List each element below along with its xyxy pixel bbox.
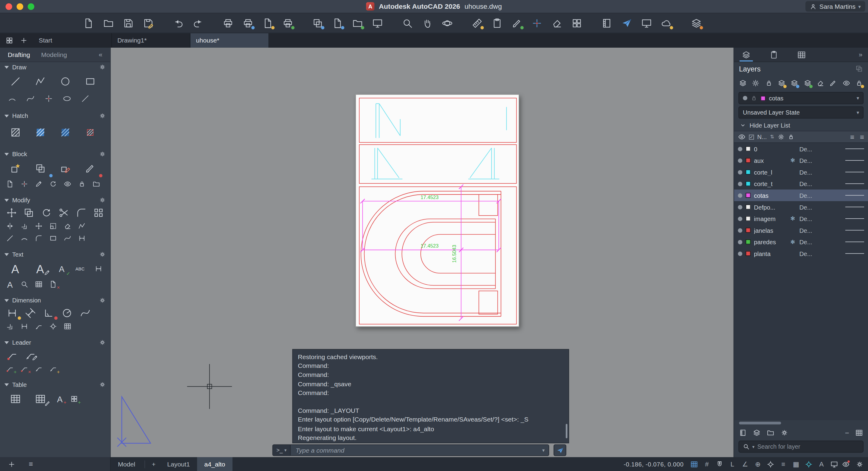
graphics-performance-button[interactable] (828, 459, 840, 470)
center-mark-tool[interactable] (46, 320, 60, 332)
cell-style-tool[interactable]: A+ (53, 393, 67, 405)
layer-frozen-icon[interactable]: ✻ (789, 239, 796, 245)
share-drawing-button[interactable] (554, 444, 566, 456)
drawing-canvas[interactable]: 17.4523 17.4523 16.5043 Restoring c (111, 48, 733, 457)
annotation-monitor-button[interactable] (841, 459, 853, 470)
layer-name[interactable]: cotas (754, 192, 786, 199)
layer-status-dot[interactable] (738, 158, 742, 163)
open-file-button[interactable] (102, 16, 115, 30)
layer-row[interactable]: cotas✻De... (734, 189, 868, 201)
page-setup-button[interactable] (261, 16, 275, 30)
scale-tool[interactable] (46, 220, 60, 232)
radius-dimension-tool[interactable] (58, 305, 76, 321)
tab-start[interactable]: Start (33, 33, 112, 48)
hide-layer-list-toggle[interactable]: Hide Layer List (734, 120, 868, 131)
image-attach-button[interactable] (371, 16, 384, 30)
layer-row[interactable]: 0✻De... (734, 143, 868, 155)
chevron-down-icon[interactable] (4, 114, 9, 117)
measure-button[interactable] (470, 16, 484, 30)
layer-lock-button[interactable] (764, 78, 774, 89)
layer-status-dot[interactable] (738, 228, 742, 233)
list-menu-icon[interactable]: ≡ (860, 133, 864, 141)
add-palette-icon[interactable] (8, 460, 16, 468)
array-tool[interactable] (90, 205, 107, 220)
add-leader-tool[interactable]: + (3, 362, 17, 375)
layout-sheet[interactable]: 17.4523 17.4523 16.5043 (355, 94, 519, 327)
layer-row[interactable]: planta✻De... (734, 247, 868, 259)
search-input[interactable] (757, 443, 859, 450)
match-layer-button[interactable] (828, 78, 838, 89)
more-palettes-button[interactable]: » (859, 51, 862, 59)
rectangle-tool[interactable] (78, 72, 102, 91)
layer-color-swatch[interactable] (746, 158, 751, 163)
gear-icon[interactable] (99, 197, 106, 203)
tool-palettes-button[interactable] (690, 16, 703, 30)
cloud-storage-button[interactable] (660, 16, 673, 30)
layer-row[interactable]: Defpo...✻De... (734, 201, 868, 213)
new-group-icon[interactable] (767, 429, 775, 437)
line-tool[interactable] (3, 72, 28, 91)
break-tool[interactable] (17, 232, 32, 244)
angular-dimension-tool[interactable] (39, 305, 58, 321)
attribute-display-tool[interactable] (60, 178, 75, 190)
insert-block-tool[interactable] (3, 159, 28, 178)
ortho-mode-button[interactable]: L (726, 459, 738, 470)
layer-row[interactable]: imagem✻De... (734, 213, 868, 225)
chevron-down-icon[interactable] (4, 199, 9, 201)
layer-status-dot[interactable] (738, 251, 742, 256)
new-layout-button[interactable]: + (147, 461, 160, 467)
hatch-tool[interactable] (3, 121, 28, 144)
fillet-tool[interactable] (73, 205, 90, 220)
layer-status-dot[interactable] (738, 181, 742, 186)
customization-button[interactable] (854, 459, 866, 470)
lock-column-icon[interactable] (787, 134, 794, 140)
lineweight-button[interactable]: ≡ (777, 459, 789, 470)
layer-name[interactable]: Defpo... (754, 204, 786, 210)
ellipse-tool[interactable] (58, 91, 76, 106)
render-button[interactable] (640, 16, 653, 30)
tab-drawing1[interactable]: Drawing1* (112, 33, 190, 48)
gear-icon[interactable] (99, 339, 106, 346)
attdef-tool[interactable] (3, 178, 17, 190)
offset-tool[interactable] (17, 220, 32, 232)
layer-color-swatch[interactable] (746, 181, 751, 186)
layer-frozen-icon[interactable]: ✻ (789, 157, 796, 164)
edit-attribute-tool[interactable] (53, 159, 78, 178)
layer-name[interactable]: planta (754, 250, 786, 257)
text-align-tool[interactable] (89, 261, 107, 276)
chevron-down-icon[interactable] (4, 66, 9, 68)
command-input[interactable]: >_ ▾ Type a command ▾ (273, 444, 549, 456)
sort-icon[interactable]: ⇅ (770, 134, 774, 140)
ordinate-dimension-tool[interactable] (32, 320, 46, 332)
erase-tool[interactable] (60, 220, 75, 232)
jogged-dimension-tool[interactable] (76, 305, 94, 321)
layer-color-swatch[interactable] (746, 146, 751, 151)
mirror-tool[interactable] (3, 220, 17, 232)
gradient-hatch-tool[interactable] (28, 121, 53, 144)
table-style-tool[interactable] (28, 390, 53, 408)
layer-isolate-button[interactable] (777, 78, 787, 89)
baseline-dimension-tool[interactable] (3, 320, 17, 332)
zoom-window-button[interactable] (28, 3, 34, 10)
gear-icon[interactable] (99, 297, 106, 304)
layer-color-swatch[interactable] (746, 193, 751, 198)
tab-model[interactable]: Model (111, 457, 142, 471)
align-tool[interactable] (75, 232, 89, 244)
boundary-hatch-tool[interactable] (78, 121, 102, 144)
chevron-down-icon[interactable] (4, 341, 9, 344)
save-as-button[interactable] (142, 16, 155, 30)
layer-name[interactable]: aux (754, 157, 786, 164)
continue-dimension-tool[interactable] (17, 320, 32, 332)
remove-filter-button[interactable]: − (845, 429, 849, 437)
command-prompt-button[interactable]: >_ ▾ (273, 445, 290, 455)
spline-tool[interactable] (21, 91, 39, 106)
new-file-button[interactable] (82, 16, 95, 30)
columns-icon[interactable] (855, 429, 863, 437)
scrollbar-thumb[interactable] (739, 421, 781, 424)
text-columns-tool[interactable] (32, 278, 46, 290)
command-scrollbar[interactable] (566, 424, 567, 438)
layer-color-swatch[interactable] (746, 204, 751, 210)
snap-mode-button[interactable] (714, 459, 726, 470)
layer-status-dot[interactable] (738, 193, 742, 198)
construction-line-tool[interactable] (76, 91, 94, 106)
